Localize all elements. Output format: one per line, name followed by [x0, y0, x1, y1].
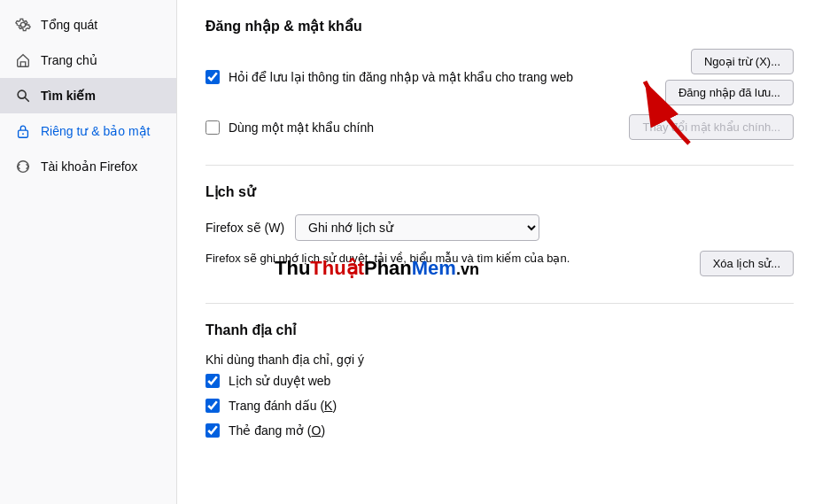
- label-luu-mat-khau: Hỏi để lưu lại thông tin đăng nhập và mậ…: [229, 70, 573, 84]
- sidebar-item-trang-chu[interactable]: Trang chủ: [0, 43, 176, 78]
- btn-dang-nhap-luu[interactable]: Đăng nhập đã lưu...: [665, 80, 794, 105]
- row-checkbox1: Hỏi để lưu lại thông tin đăng nhập và mậ…: [206, 49, 794, 105]
- section-title-thanh-dia-chi: Thanh địa chỉ: [206, 322, 794, 338]
- history-description: Firefox sẽ ghi nhớ lịch sử duyệt, tải về…: [206, 250, 570, 268]
- select-label: Firefox sẽ (W): [206, 221, 284, 235]
- buttons-dang-nhap: Ngoại trừ (X)... Đăng nhập đã lưu...: [665, 49, 794, 105]
- checkbox-luu-mat-khau[interactable]: [206, 70, 220, 84]
- page-wrapper: Tổng quát Trang chủ Tìm kiếm: [0, 0, 822, 504]
- section-lich-su: Lịch sử Firefox sẽ (W) Ghi nhớ lịch sử K…: [206, 183, 794, 278]
- sidebar-label-rieng-tu: Riêng tư & bảo mật: [41, 124, 151, 138]
- svg-line-1: [25, 97, 28, 101]
- sidebar-label-tim-kiem: Tìm kiếm: [41, 89, 96, 103]
- sidebar-label-trang-chu: Trang chủ: [41, 53, 97, 67]
- checkbox-the-dang-mo[interactable]: [206, 423, 220, 438]
- btn-thay-doi-mat-khau[interactable]: Thay đổi mật khẩu chính...: [629, 114, 794, 140]
- sidebar-item-tim-kiem[interactable]: Tìm kiếm: [0, 78, 176, 113]
- row-trang-danh-dau: Trang đánh dấu (K): [206, 399, 794, 413]
- row-the-dang-mo: Thẻ đang mở (O): [206, 423, 794, 438]
- label-trang-danh-dau: Trang đánh dấu (K): [229, 399, 337, 413]
- section-dang-nhap: Đăng nhập & mật khẩu Hỏi để lưu lại thôn…: [206, 18, 794, 140]
- divider-2: [206, 303, 794, 304]
- main-content: Đăng nhập & mật khẩu Hỏi để lưu lại thôn…: [177, 0, 822, 504]
- lock-icon: [14, 122, 32, 140]
- home-icon: [14, 51, 32, 69]
- lich-su-select[interactable]: Ghi nhớ lịch sử Không ghi nhớ lịch sử Sử…: [295, 214, 539, 241]
- checkbox-mat-khau-chinh[interactable]: [206, 120, 220, 135]
- checkbox-lich-su-duyet[interactable]: [206, 374, 220, 388]
- gear-icon: [14, 16, 32, 34]
- subsection-goi-y: Khi dùng thanh địa chỉ, gợi ý: [206, 353, 794, 367]
- sync-icon: [14, 158, 32, 175]
- select-wrapper: Firefox sẽ (W) Ghi nhớ lịch sử Không ghi…: [206, 214, 794, 241]
- row-checkbox1-left: Hỏi để lưu lại thông tin đăng nhập và mậ…: [206, 70, 573, 84]
- label-mat-khau-chinh: Dùng một mật khẩu chính: [229, 120, 374, 135]
- sidebar-item-tai-khoan[interactable]: Tài khoản Firefox: [0, 149, 176, 184]
- section-title-dang-nhap: Đăng nhập & mật khẩu: [206, 18, 794, 35]
- section-title-lich-su: Lịch sử: [206, 183, 794, 200]
- label-lich-su-duyet: Lịch sử duyệt web: [229, 374, 330, 388]
- btn-xoa-lich-su[interactable]: Xóa lịch sử...: [700, 251, 794, 276]
- sidebar-label-tai-khoan: Tài khoản Firefox: [41, 159, 137, 174]
- checkbox-trang-danh-dau[interactable]: [206, 399, 220, 413]
- row-checkbox2-left: Dùng một mật khẩu chính: [206, 120, 374, 135]
- svg-point-3: [22, 133, 24, 135]
- sidebar: Tổng quát Trang chủ Tìm kiếm: [0, 0, 177, 504]
- sidebar-label-tong-quat: Tổng quát: [41, 18, 97, 32]
- row-lich-su-duyet-web: Lịch sử duyệt web: [206, 374, 794, 388]
- history-row: Firefox sẽ ghi nhớ lịch sử duyệt, tải về…: [206, 250, 794, 278]
- search-icon: [14, 87, 32, 105]
- sidebar-item-tong-quat[interactable]: Tổng quát: [0, 7, 176, 43]
- label-the-dang-mo: Thẻ đang mở (O): [229, 423, 325, 438]
- section-thanh-dia-chi: Thanh địa chỉ Khi dùng thanh địa chỉ, gợ…: [206, 322, 794, 438]
- divider-1: [206, 165, 794, 166]
- btn-ngoai-tru[interactable]: Ngoại trừ (X)...: [691, 49, 794, 74]
- row-checkbox2: Dùng một mật khẩu chính Thay đổi mật khẩ…: [206, 114, 794, 140]
- sidebar-item-rieng-tu[interactable]: Riêng tư & bảo mật: [0, 113, 176, 149]
